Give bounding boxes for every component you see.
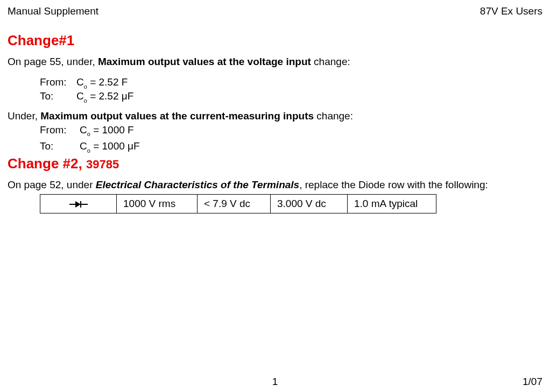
c1-from2-pre: C (80, 124, 87, 136)
change2-intro: On page 52, under Electrical Characteris… (8, 179, 542, 191)
c1-from-sub: o (84, 83, 87, 90)
diode-c4: 1.0 mA typical (348, 195, 436, 213)
c1-from2-label: From: (40, 124, 80, 138)
c1-intro-suffix: change: (311, 56, 350, 67)
c1-to2-value: Co = 1000 μF (80, 140, 140, 154)
c1-second-bold: Maximum output values at the current-mea… (40, 110, 314, 122)
c1-to2-label: To: (40, 140, 80, 154)
c1-from2-value: Co = 1000 F (80, 124, 134, 138)
c2-title-sub: 39785 (86, 158, 119, 171)
footer-page: 1 (272, 376, 278, 388)
svg-marker-1 (75, 201, 81, 208)
c1-from-row: From: Co = 2.52 F (40, 76, 542, 90)
c1-from2-post: = 1000 F (90, 124, 134, 136)
c1-to-value: Co = 2.52 μF (76, 90, 133, 104)
diode-c2: < 7.9 V dc (198, 195, 271, 213)
c2-intro-suffix: , replace the Diode row with the followi… (299, 179, 488, 190)
c1-from2-sub: o (87, 131, 90, 137)
c1-to2-post: = 1000 μF (90, 140, 140, 152)
c2-intro-bold: Electrical Characteristics of the Termin… (96, 179, 299, 190)
c1-from-value: Co = 2.52 F (76, 76, 128, 90)
c2-intro-prefix: On page 52, under (8, 179, 96, 190)
diode-table: 1000 V rms < 7.9 V dc 3.000 V dc 1.0 mA … (40, 194, 436, 213)
c2-title-main: Change #2, (8, 155, 86, 172)
c1-to-post: = 2.52 μF (87, 90, 133, 102)
c1-intro-bold: Maximum output values at the voltage inp… (98, 56, 311, 67)
c1-second-prefix: Under, (8, 110, 40, 122)
c1-from-pre: C (76, 76, 84, 88)
c1-from2-row: From: Co = 1000 F (40, 124, 542, 138)
c1-to-label: To: (40, 90, 76, 104)
c1-from-label: From: (40, 76, 76, 90)
c1-to2-row: To: Co = 1000 μF (40, 140, 542, 154)
header-right: 87V Ex Users (480, 5, 542, 17)
change1-intro: On page 55, under, Maximum output values… (8, 55, 542, 68)
table-row: 1000 V rms < 7.9 V dc 3.000 V dc 1.0 mA … (40, 195, 436, 213)
diode-c3: 3.000 V dc (271, 195, 348, 213)
change1-heading: Change#1 (8, 32, 542, 49)
diode-icon-cell (40, 195, 117, 213)
c1-to2-pre: C (80, 140, 87, 152)
c1-second-suffix: change: (314, 110, 353, 122)
header-left: Manual Supplement (8, 5, 98, 17)
c1-to-sub: o (84, 97, 87, 104)
c1-to-row: To: Co = 2.52 μF (40, 90, 542, 104)
diode-c1: 1000 V rms (117, 195, 198, 213)
c1-intro-prefix: On page 55, under, (8, 56, 98, 67)
c1-to-pre: C (76, 90, 84, 102)
c1-from-post: = 2.52 F (87, 76, 128, 88)
change2-heading: Change #2, 39785 (8, 155, 542, 172)
change1-second-intro: Under, Maximum output values at the curr… (8, 110, 542, 123)
footer-date: 1/07 (523, 376, 542, 388)
diode-icon (69, 200, 88, 209)
c1-to2-sub: o (87, 147, 90, 154)
footer: 1 1/07 (0, 376, 550, 388)
